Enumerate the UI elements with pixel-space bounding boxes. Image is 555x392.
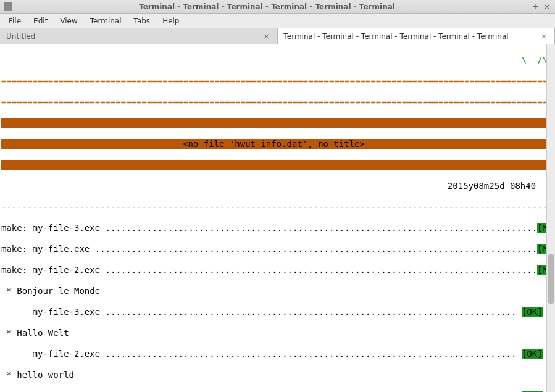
status-made: [MADE]: [537, 265, 546, 275]
make-line: make: my-file.exe ......................…: [1, 244, 546, 254]
make-line: make: my-file-3.exe ....................…: [1, 223, 546, 233]
timestamp: 2015y08m25d 08h40: [1, 181, 546, 191]
test-file-line: my-file-2.exe ..........................…: [1, 349, 546, 359]
app-icon: [4, 2, 12, 11]
test-name: * Bonjour le Monde: [1, 286, 546, 296]
tab-close-icon[interactable]: ×: [540, 32, 548, 41]
tab-label: Terminal - Terminal - Terminal - Termina…: [284, 32, 540, 41]
status-ok: [OK]: [522, 349, 543, 359]
section-header-blank: [1, 118, 546, 128]
menu-help[interactable]: Help: [156, 15, 185, 27]
tab-untitled[interactable]: Untitled ×: [0, 28, 278, 44]
ascii-art-line: \__/\_\_\: [1, 55, 546, 65]
test-name: * Hallo Welt: [1, 328, 546, 338]
tab-close-icon[interactable]: ×: [262, 32, 270, 41]
scrollbar-thumb[interactable]: [548, 254, 554, 304]
make-line: make: my-file-2.exe ....................…: [1, 265, 546, 275]
section-header-blank: [1, 160, 546, 170]
window-title: Terminal - Terminal - Terminal - Termina…: [16, 2, 518, 11]
status-made: [MADE]: [537, 244, 546, 254]
tab-bar: Untitled × Terminal - Terminal - Termina…: [0, 28, 555, 44]
tab-terminal[interactable]: Terminal - Terminal - Terminal - Termina…: [278, 28, 556, 44]
test-name: * hello world: [1, 370, 546, 380]
menu-bar: File Edit View Terminal Tabs Help: [0, 14, 555, 28]
scrollbar[interactable]: [546, 44, 555, 392]
test-file-line: my-file-3.exe ..........................…: [1, 307, 546, 317]
menu-file[interactable]: File: [2, 15, 27, 27]
status-ok: [OK]: [522, 307, 543, 317]
divider-line: ----------------------------------------…: [1, 202, 546, 212]
menu-view[interactable]: View: [54, 15, 83, 27]
close-button[interactable]: ×: [543, 2, 551, 11]
menu-edit[interactable]: Edit: [27, 15, 54, 27]
terminal-container: \__/\_\_\ ==============================…: [0, 44, 555, 392]
divider-line: ========================================…: [1, 76, 546, 86]
menu-tabs[interactable]: Tabs: [128, 15, 157, 27]
minimize-button[interactable]: –: [520, 2, 529, 11]
window-titlebar: Terminal - Terminal - Terminal - Termina…: [0, 0, 555, 14]
divider-line: ========================================…: [1, 97, 546, 107]
maximize-button[interactable]: +: [532, 2, 540, 11]
terminal-output[interactable]: \__/\_\_\ ==============================…: [0, 44, 546, 392]
menu-terminal[interactable]: Terminal: [84, 15, 128, 27]
tab-label: Untitled: [6, 32, 262, 41]
section-title: <no file 'hwut-info.dat', no title>: [1, 139, 546, 149]
status-made: [MADE]: [537, 223, 546, 233]
